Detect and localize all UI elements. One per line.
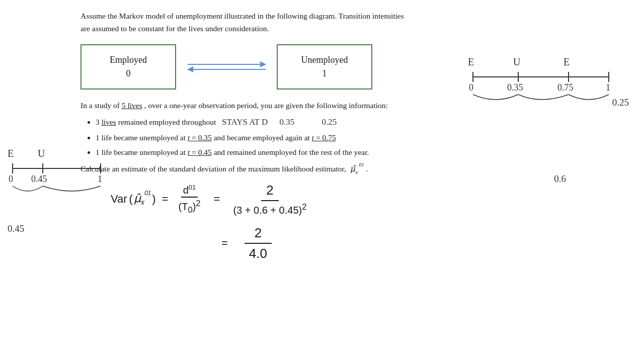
frac1-num: d01 xyxy=(181,184,198,198)
svg-text:1: 1 xyxy=(98,174,102,184)
study-intro-text: In a study of xyxy=(80,101,120,110)
close-paren: ) xyxy=(152,193,155,206)
timeline-right-svg: E U E 0 0.35 0.75 1 xyxy=(463,54,619,120)
bullet-1-rest: remained employed throughout STAYS AT D … xyxy=(116,118,337,126)
main-page: Assume the Markov model of unemployment … xyxy=(0,0,644,362)
frac1-den: (T0)2 xyxy=(176,198,202,215)
arrow-right xyxy=(188,64,266,65)
fraction-2: 2 (3 + 0.6 + 0.45)2 xyxy=(231,183,308,216)
svg-text:E: E xyxy=(468,56,474,67)
equals-1: = xyxy=(162,193,169,206)
lives-count: 5 lives xyxy=(122,101,142,110)
bullet-1-prefix: 3 xyxy=(96,118,102,126)
intro-line2: are assumed to be constant for the lives… xyxy=(80,24,269,33)
fraction-1: d01 (T0)2 xyxy=(176,184,202,215)
equals-2: = xyxy=(214,193,220,206)
svg-text:0: 0 xyxy=(9,174,13,184)
timeline-right: E U E 0 0.35 0.75 1 0.25 xyxy=(463,54,619,122)
bullet-1-underline: lives xyxy=(102,118,116,126)
employed-number: 0 xyxy=(126,68,131,79)
svg-text:0.75: 0.75 xyxy=(557,82,574,93)
svg-text:E: E xyxy=(564,56,570,67)
calculate-text: Calculate an estimate of the standard de… xyxy=(80,164,624,175)
intro-paragraph: Assume the Markov model of unemployment … xyxy=(80,10,624,35)
timeline-left: E U 0 0.45 1 0.45 xyxy=(5,146,121,234)
study-rest: , over a one-year observation period, yo… xyxy=(144,101,388,110)
svg-text:1: 1 xyxy=(606,82,610,93)
svg-text:E: E xyxy=(8,148,14,159)
unemployed-box: Unemployed 1 xyxy=(277,44,372,89)
frac3-num: 2 xyxy=(245,225,272,244)
arrows xyxy=(176,64,277,70)
svg-text:0.35: 0.35 xyxy=(507,82,523,93)
unemployed-label: Unemployed xyxy=(301,55,348,65)
bullet-2: 1 life became unemployed at t = 0.35 and… xyxy=(96,132,624,143)
svg-text:0: 0 xyxy=(469,82,473,93)
mu-hat-symbol: μ̂x01 xyxy=(134,192,151,206)
arrow-left-line xyxy=(188,69,266,70)
timeline-left-svg: E U 0 0.45 1 xyxy=(5,146,121,226)
bullet-list: 3 lives remained employed throughout STA… xyxy=(96,116,624,158)
intro-line1: Assume the Markov model of unemployment … xyxy=(80,12,404,20)
employed-box: Employed 0 xyxy=(80,44,176,89)
svg-text:U: U xyxy=(38,148,45,159)
open-paren: ( xyxy=(129,193,133,206)
fraction-3: 2 4.0 xyxy=(239,225,277,261)
employed-label: Employed xyxy=(110,55,147,65)
unemployed-number: 1 xyxy=(323,68,327,79)
annotation-025: 0.25 xyxy=(612,97,629,108)
svg-text:U: U xyxy=(513,56,521,67)
equals-3: = xyxy=(221,237,228,250)
frac3-den: 4.0 xyxy=(239,244,277,261)
formula-area: Var ( μ̂x01 ) = d01 (T0)2 = 2 (3 + 0.6 +… xyxy=(111,183,624,261)
frac2-den: (3 + 0.6 + 0.45)2 xyxy=(231,201,308,216)
annotation-06: 0.6 xyxy=(554,173,566,185)
arrow-left xyxy=(188,69,266,70)
svg-text:0.45: 0.45 xyxy=(31,174,47,184)
frac2-num: 2 xyxy=(261,183,278,201)
arrow-right-line xyxy=(188,64,266,65)
bullet-3: 1 life became unemployed at t = 0.45 and… xyxy=(96,146,624,158)
